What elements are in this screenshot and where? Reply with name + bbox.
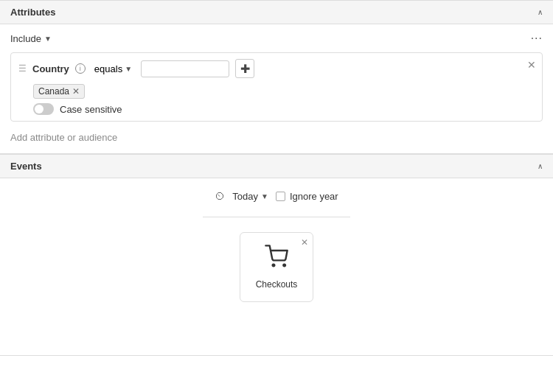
events-body: ⏲ Today ▼ Ignore year ✕	[0, 178, 553, 355]
ignore-year-checkbox[interactable]	[276, 192, 285, 201]
date-label: Today	[232, 191, 258, 202]
include-chevron-icon: ▼	[44, 35, 52, 43]
event-card: ✕ Checkouts	[240, 232, 313, 302]
date-dropdown[interactable]: Today ▼	[232, 191, 268, 202]
add-value-button[interactable]: ✚	[235, 59, 254, 78]
clock-icon: ⏲	[215, 190, 225, 202]
attributes-body: Include ▼ ··· ☰ Country i equals ▼ ✚ Can…	[0, 24, 553, 153]
ignore-year-row: Ignore year	[276, 191, 338, 202]
svg-point-0	[273, 265, 275, 267]
events-content: ⏲ Today ▼ Ignore year ✕	[10, 190, 543, 302]
add-attribute-link[interactable]: Add attribute or audience	[10, 129, 543, 146]
include-row: Include ▼ ···	[10, 32, 543, 45]
case-sensitive-row: Case sensitive	[18, 103, 535, 115]
include-dropdown[interactable]: Include ▼	[10, 33, 52, 44]
event-label: Checkouts	[256, 279, 298, 290]
drag-handle-icon[interactable]: ☰	[18, 63, 27, 74]
operator-chevron-icon: ▼	[125, 65, 132, 73]
remove-attribute-button[interactable]: ✕	[527, 59, 536, 71]
more-options-icon[interactable]: ···	[531, 32, 543, 45]
svg-point-1	[283, 265, 285, 267]
include-label: Include	[10, 33, 41, 44]
tag-remove-button[interactable]: ✕	[72, 86, 80, 97]
tags-row: Canada ✕	[18, 84, 535, 99]
cart-icon	[265, 245, 288, 273]
case-sensitive-toggle[interactable]	[33, 103, 54, 115]
info-icon[interactable]: i	[75, 63, 86, 74]
case-sensitive-label: Case sensitive	[60, 104, 122, 115]
event-card-wrapper: ✕ Checkouts	[240, 232, 313, 302]
attribute-name: Country	[32, 63, 69, 74]
attributes-header[interactable]: Attributes ∧	[0, 0, 553, 24]
attribute-value-input[interactable]	[141, 60, 229, 77]
date-divider	[203, 217, 350, 217]
events-section: Events ∧ ⏲ Today ▼ Ignore year ✕	[0, 154, 553, 356]
remove-event-button[interactable]: ✕	[301, 237, 308, 248]
attributes-title: Attributes	[10, 7, 55, 18]
attribute-row: ☰ Country i equals ▼ ✚	[18, 59, 535, 78]
operator-label: equals	[94, 63, 122, 74]
date-chevron-icon: ▼	[261, 192, 268, 200]
attributes-section: Attributes ∧ Include ▼ ··· ☰ Country i e…	[0, 0, 553, 154]
operator-dropdown[interactable]: equals ▼	[91, 62, 135, 76]
events-header[interactable]: Events ∧	[0, 154, 553, 178]
attribute-card: ☰ Country i equals ▼ ✚ Canada ✕ Case sen…	[10, 52, 543, 122]
attributes-chevron-icon: ∧	[538, 8, 543, 16]
events-title: Events	[10, 161, 42, 172]
tag-label: Canada	[38, 86, 69, 97]
date-filter-row: ⏲ Today ▼ Ignore year	[215, 190, 338, 202]
tag-canada: Canada ✕	[33, 84, 85, 99]
ignore-year-label: Ignore year	[290, 191, 338, 202]
events-chevron-icon: ∧	[538, 162, 543, 170]
